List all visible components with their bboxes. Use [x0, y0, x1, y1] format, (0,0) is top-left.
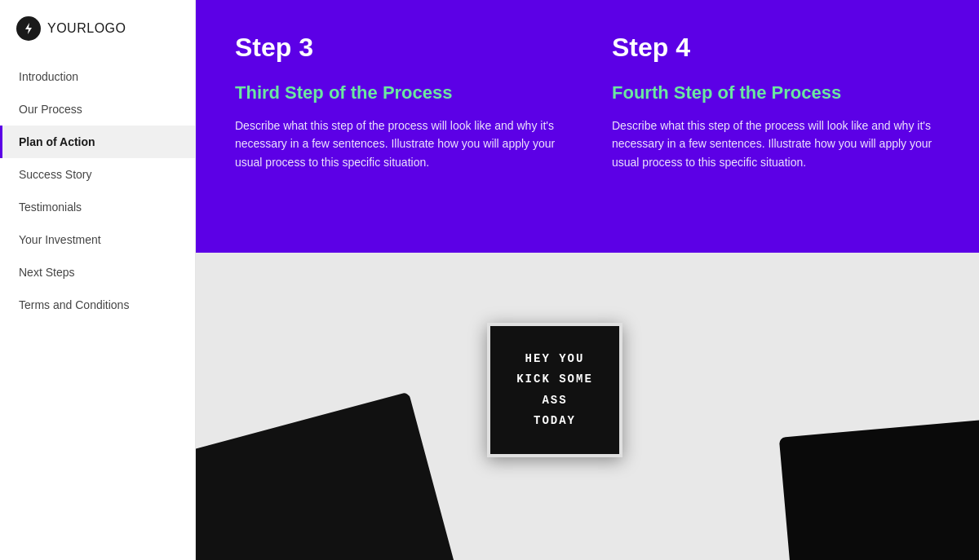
- sidebar-item-success-story[interactable]: Success Story: [0, 158, 195, 191]
- sign-line-1: HEY YOU: [516, 349, 593, 369]
- main-content: Step 3 Third Step of the Process Describ…: [196, 0, 979, 560]
- nav-list: Introduction Our Process Plan of Action …: [0, 60, 195, 560]
- sign-line-4: TODAY: [516, 411, 593, 431]
- step-3-number: Step 3: [235, 33, 563, 63]
- sidebar-item-plan-of-action[interactable]: Plan of Action: [0, 126, 195, 158]
- sidebar-item-testimonials[interactable]: Testimonials: [0, 191, 195, 223]
- logo-bold: YOUR: [47, 21, 86, 35]
- sidebar-item-introduction[interactable]: Introduction: [0, 60, 195, 93]
- sidebar-item-next-steps[interactable]: Next Steps: [0, 256, 195, 289]
- lightning-icon: [22, 22, 35, 35]
- step-4-number: Step 4: [612, 33, 940, 63]
- sidebar-item-your-investment[interactable]: Your Investment: [0, 223, 195, 256]
- logo-icon: [16, 16, 41, 41]
- step-3-column: Step 3 Third Step of the Process Describ…: [235, 33, 563, 220]
- step-3-title: Third Step of the Process: [235, 82, 563, 104]
- step-4-column: Step 4 Fourth Step of the Process Descri…: [612, 33, 940, 220]
- step-4-title: Fourth Step of the Process: [612, 82, 940, 104]
- sidebar: YOURLOGO Introduction Our Process Plan o…: [0, 0, 196, 560]
- sign-container: HEY YOU KICK SOME ASS TODAY: [487, 323, 622, 457]
- svg-marker-0: [25, 23, 32, 34]
- sign-line-3: ASS: [516, 390, 593, 411]
- sign-line-2: KICK SOME: [516, 369, 593, 390]
- image-section: HEY YOU KICK SOME ASS TODAY: [196, 253, 979, 560]
- step-4-description: Describe what this step of the process w…: [612, 117, 940, 171]
- sidebar-item-terms-and-conditions[interactable]: Terms and Conditions: [0, 289, 195, 321]
- dark-shape-right: [779, 417, 979, 560]
- steps-section: Step 3 Third Step of the Process Describ…: [196, 0, 979, 253]
- logo-light: LOGO: [86, 21, 126, 35]
- logo-area: YOURLOGO: [0, 0, 195, 60]
- motivational-sign: HEY YOU KICK SOME ASS TODAY: [487, 323, 622, 457]
- step-3-description: Describe what this step of the process w…: [235, 117, 563, 171]
- sidebar-item-our-process[interactable]: Our Process: [0, 93, 195, 126]
- logo-text: YOURLOGO: [47, 21, 126, 36]
